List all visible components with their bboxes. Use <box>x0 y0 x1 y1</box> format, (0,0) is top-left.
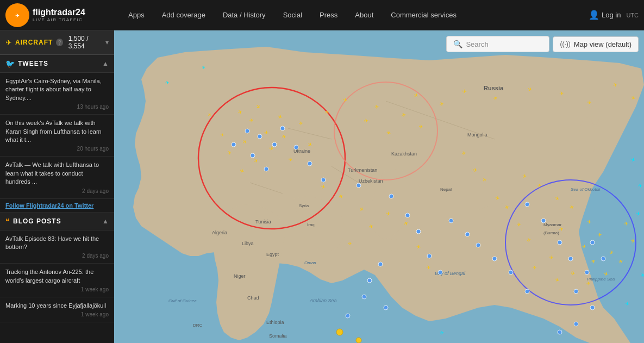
twitter-icon: 🐦 <box>5 59 15 68</box>
svg-point-5 <box>390 239 398 252</box>
blog-item-0: AvTalk Episode 83: Have we hit the botto… <box>0 230 114 264</box>
tweet-text-1: On this week's AvTalk we talk with Karan… <box>5 119 109 144</box>
svg-point-4 <box>591 105 599 124</box>
nav-press[interactable]: Press <box>311 0 346 30</box>
svg-text:Nepal: Nepal <box>440 187 452 192</box>
nav-social[interactable]: Social <box>274 0 311 30</box>
svg-point-139 <box>585 270 589 275</box>
aircraft-count: 1,500 / 3,554 <box>68 35 102 50</box>
login-button[interactable]: 👤 Log in <box>589 10 621 20</box>
svg-text:✈: ✈ <box>348 241 353 247</box>
aircraft-help-icon[interactable]: ? <box>56 39 62 46</box>
blog-title: BLOG POSTS <box>13 217 61 225</box>
map-area[interactable]: Russia Kazakhstan Mongolia Ukraine Uzbek… <box>114 30 644 343</box>
blog-post-title-2: Marking 10 years since Eyjafjallajökull <box>5 302 109 310</box>
svg-text:Libya: Libya <box>242 241 254 246</box>
blog-item-2: Marking 10 years since Eyjafjallajökull … <box>0 297 114 322</box>
svg-point-114 <box>258 134 262 139</box>
svg-point-131 <box>367 278 372 283</box>
aircraft-label: AIRCRAFT <box>15 39 53 46</box>
svg-text:✈: ✈ <box>418 123 423 130</box>
blog-post-title-0: AvTalk Episode 83: Have we hit the botto… <box>5 235 109 252</box>
svg-point-118 <box>294 145 298 149</box>
svg-text:Niger: Niger <box>234 273 246 279</box>
tweet-time-2: 2 days ago <box>5 188 109 194</box>
blog-post-title-1: Tracking the Antonov An-225: the world's… <box>5 268 109 285</box>
svg-point-146 <box>525 289 529 294</box>
svg-point-116 <box>280 126 285 130</box>
svg-point-134 <box>346 314 350 318</box>
svg-text:Uzbekistan: Uzbekistan <box>359 178 383 184</box>
blog-item-1: Tracking the Antonov An-225: the world's… <box>0 264 114 297</box>
svg-text:(Burma): (Burma) <box>543 230 559 235</box>
logo-icon: ✈ <box>5 3 29 27</box>
svg-point-136 <box>541 219 546 223</box>
svg-point-120 <box>245 129 249 133</box>
svg-text:✈: ✈ <box>220 132 225 138</box>
nav-apps[interactable]: Apps <box>120 0 153 30</box>
svg-point-127 <box>416 229 421 234</box>
svg-point-153 <box>356 338 361 343</box>
svg-text:Iraq: Iraq <box>307 222 315 227</box>
svg-point-152 <box>336 329 343 335</box>
svg-point-149 <box>476 243 480 247</box>
svg-point-129 <box>438 270 442 275</box>
svg-point-142 <box>574 289 578 294</box>
nav-links: Apps Add coverage Data / History Social … <box>120 0 589 30</box>
login-label: Log in <box>602 11 621 19</box>
svg-point-151 <box>449 219 453 223</box>
tweet-item-2: AvTalk — We talk with Lufthansa to learn… <box>0 157 114 198</box>
svg-point-117 <box>251 153 255 158</box>
svg-point-137 <box>558 240 562 245</box>
tweets-chevron-icon: ▲ <box>102 60 109 67</box>
svg-point-133 <box>384 305 388 310</box>
svg-text:Ethiopia: Ethiopia <box>266 320 284 325</box>
blog-icon: ❝ <box>5 217 10 226</box>
svg-text:Russia: Russia <box>484 85 504 91</box>
svg-text:Arabian Sea: Arabian Sea <box>309 298 337 303</box>
svg-point-145 <box>558 330 562 334</box>
svg-point-150 <box>465 232 470 236</box>
svg-text:✈: ✈ <box>15 13 20 18</box>
svg-point-119 <box>264 167 268 171</box>
nav-commercial[interactable]: Commercial services <box>382 0 465 30</box>
main-area: ✈ AIRCRAFT ? 1,500 / 3,554 ▾ 🐦 TWEETS ▲ … <box>0 30 644 343</box>
tweet-time-0: 13 hours ago <box>5 104 109 110</box>
svg-text:✈: ✈ <box>532 264 537 271</box>
broadcast-icon: ((·)) <box>560 40 570 48</box>
blog-section-header[interactable]: ❝ BLOG POSTS ▲ <box>0 213 114 230</box>
svg-point-132 <box>362 295 366 299</box>
nav-data-history[interactable]: Data / History <box>214 0 274 30</box>
tweet-item-1: On this week's AvTalk we talk with Karan… <box>0 115 114 157</box>
svg-text:✈: ✈ <box>571 270 576 277</box>
svg-point-140 <box>601 257 605 261</box>
tweets-header-left: 🐦 TWEETS <box>5 59 48 68</box>
logo-name: flightradar24 <box>33 8 85 17</box>
map-view-label: Map view (default) <box>574 40 632 48</box>
logo[interactable]: ✈ flightradar24 LIVE AIR TRAFFIC <box>5 3 120 27</box>
aircraft-bar[interactable]: ✈ AIRCRAFT ? 1,500 / 3,554 ▾ <box>0 30 114 55</box>
tweet-time-1: 20 hours ago <box>5 146 109 152</box>
tweets-section-header[interactable]: 🐦 TWEETS ▲ <box>0 55 114 73</box>
svg-point-126 <box>405 213 410 217</box>
svg-point-143 <box>590 305 595 310</box>
svg-text:Sea of Okhotsk: Sea of Okhotsk <box>571 187 601 192</box>
svg-text:Turkmenistan: Turkmenistan <box>348 167 377 173</box>
svg-text:DRC: DRC <box>193 323 203 328</box>
svg-text:Oman: Oman <box>304 260 316 265</box>
svg-point-148 <box>492 257 497 261</box>
nav-about[interactable]: About <box>346 0 382 30</box>
svg-text:Mongolia: Mongolia <box>467 132 487 138</box>
nav-add-coverage[interactable]: Add coverage <box>153 0 214 30</box>
svg-point-115 <box>272 142 277 147</box>
search-box[interactable]: 🔍 Search <box>446 36 549 52</box>
top-navigation: ✈ flightradar24 LIVE AIR TRAFFIC Apps Ad… <box>0 0 644 30</box>
svg-text:Algeria: Algeria <box>212 230 227 235</box>
blog-post-time-1: 1 week ago <box>5 286 109 292</box>
map-topbar: 🔍 Search ((·)) Map view (default) <box>446 36 639 52</box>
map-svg: Russia Kazakhstan Mongolia Ukraine Uzbek… <box>114 30 644 343</box>
follow-twitter-link[interactable]: Follow Flightradar24 on Twitter <box>0 199 114 213</box>
aircraft-chevron-icon: ▾ <box>105 39 109 46</box>
map-view-button[interactable]: ((·)) Map view (default) <box>553 36 639 52</box>
svg-point-147 <box>509 270 513 275</box>
